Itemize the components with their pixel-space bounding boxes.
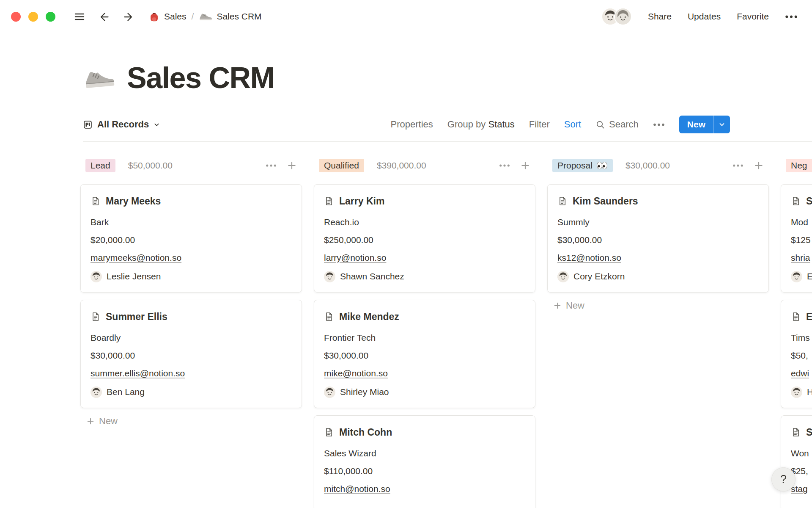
back-icon[interactable] xyxy=(98,10,110,23)
board: Lead $50,000.00 xyxy=(0,158,812,508)
page-doc-icon xyxy=(91,196,101,206)
card-title: E xyxy=(806,311,812,323)
avatar xyxy=(91,271,102,282)
card-company: Reach.io xyxy=(324,216,525,228)
record-card[interactable]: Mary Meeks Bark $20,000.00 marymeeks@not… xyxy=(80,184,302,293)
group-badge[interactable]: Neg xyxy=(786,159,812,172)
updates-button[interactable]: Updates xyxy=(688,11,721,22)
minimize-window-button[interactable] xyxy=(28,12,38,22)
record-card[interactable]: Summer Ellis Boardly $30,000.00 summer.e… xyxy=(80,300,302,408)
record-card[interactable]: Mitch Cohn Sales Wizard $110,000.00 mitc… xyxy=(314,415,535,508)
card-email[interactable]: mike@notion.so xyxy=(324,367,525,379)
card-company: Tims xyxy=(791,332,812,344)
page-doc-icon xyxy=(91,312,101,322)
card-owner: Shawn Sanchez xyxy=(324,271,525,282)
sidebar-menu-icon[interactable] xyxy=(73,10,86,23)
group-badge[interactable]: Lead xyxy=(85,159,115,172)
group-by-label: Group by xyxy=(447,119,486,130)
record-card[interactable]: Larry Kim Reach.io $250,000.00 larry@not… xyxy=(314,184,535,293)
card-owner-name: Shirley Miao xyxy=(340,387,389,397)
card-email[interactable]: larry@notion.so xyxy=(324,252,525,264)
card-title: Mitch Cohn xyxy=(339,426,392,438)
topbar: Sales / Sales CRM Share Updates Favo xyxy=(0,0,812,33)
forward-icon[interactable] xyxy=(122,10,135,23)
group-total: $390,000.00 xyxy=(377,160,426,171)
avatar xyxy=(324,387,335,398)
breadcrumb: Sales / Sales CRM xyxy=(148,11,262,22)
eyes-emoji-icon xyxy=(596,161,608,170)
favorite-button[interactable]: Favorite xyxy=(737,11,769,22)
column-add-card-icon[interactable] xyxy=(287,160,297,171)
board-column: Proposal $30,000.00 xyxy=(547,158,769,311)
card-title: Kim Saunders xyxy=(573,195,638,207)
avatar xyxy=(557,271,569,282)
record-card[interactable]: S Mod $125 shria E xyxy=(781,184,812,293)
breadcrumb-label: Sales CRM xyxy=(217,11,261,22)
card-amount: $30,000.00 xyxy=(91,350,292,362)
card-owner-name: Leslie Jensen xyxy=(107,271,161,282)
card-email[interactable]: shria xyxy=(791,252,812,264)
card-company: Mod xyxy=(791,216,812,228)
card-email[interactable]: edwi xyxy=(791,367,812,379)
breadcrumb-item-sales-crm[interactable]: Sales CRM xyxy=(199,11,261,22)
group-badge[interactable]: Proposal xyxy=(552,159,613,172)
card-email[interactable]: mitch@notion.so xyxy=(324,483,525,495)
more-options-icon[interactable] xyxy=(785,15,798,19)
avatar xyxy=(324,271,335,282)
avatar xyxy=(791,387,802,398)
filter-button[interactable]: Filter xyxy=(529,119,550,130)
column-new-button[interactable]: New xyxy=(547,300,769,311)
new-item-label: New xyxy=(566,300,584,311)
close-window-button[interactable] xyxy=(11,12,21,22)
record-card[interactable]: Kim Saunders Summly $30,000.00 ks12@noti… xyxy=(547,184,769,293)
card-owner-name: Cory Etzkorn xyxy=(573,271,625,282)
group-by-button[interactable]: Group by Status xyxy=(447,119,515,130)
sort-button[interactable]: Sort xyxy=(564,119,581,130)
card-amount: $125 xyxy=(791,234,812,246)
record-card[interactable]: E Tims $50, edwi H xyxy=(781,300,812,408)
share-button[interactable]: Share xyxy=(648,11,672,22)
collaborator-avatars xyxy=(601,8,632,25)
column-add-card-icon[interactable] xyxy=(520,160,530,171)
card-email[interactable]: marymeeks@notion.so xyxy=(91,252,292,264)
column-more-options-icon[interactable] xyxy=(266,164,277,167)
breadcrumb-item-sales[interactable]: Sales xyxy=(148,11,187,22)
group-total: $30,000.00 xyxy=(625,160,670,171)
column-header: Proposal $30,000.00 xyxy=(547,158,769,173)
properties-button[interactable]: Properties xyxy=(391,119,433,130)
page-doc-icon xyxy=(791,312,801,322)
card-email[interactable]: ks12@notion.so xyxy=(557,252,759,264)
new-dropdown-chevron-icon[interactable] xyxy=(714,121,730,128)
column-more-options-icon[interactable] xyxy=(499,164,510,167)
search-button[interactable]: Search xyxy=(595,119,639,130)
card-email[interactable]: summer.ellis@notion.so xyxy=(91,367,292,379)
zoom-window-button[interactable] xyxy=(46,12,55,22)
record-card[interactable]: S Won $25, stag xyxy=(781,415,812,508)
card-owner-name: Ben Lang xyxy=(107,387,145,397)
page-icon-sneaker[interactable] xyxy=(82,66,116,90)
card-owner: Ben Lang xyxy=(91,386,292,398)
view-more-options-icon[interactable] xyxy=(653,123,665,127)
group-badge[interactable]: Qualified xyxy=(319,159,364,172)
column-new-button[interactable]: New xyxy=(80,416,302,427)
record-card[interactable]: Mike Mendez Frontier Tech $30,000.00 mik… xyxy=(314,300,535,408)
card-company: Won xyxy=(791,447,812,459)
column-cards: Larry Kim Reach.io $250,000.00 larry@not… xyxy=(314,184,535,508)
help-button[interactable]: ? xyxy=(771,467,796,491)
view-name: All Records xyxy=(97,119,149,130)
column-more-options-icon[interactable] xyxy=(732,164,743,167)
card-amount: $50, xyxy=(791,350,812,362)
view-switcher[interactable]: All Records xyxy=(83,119,160,130)
page-title: Sales CRM xyxy=(127,60,274,96)
card-owner-name: H xyxy=(807,387,812,397)
breadcrumb-label: Sales xyxy=(164,11,187,22)
topbar-actions: Share Updates Favorite xyxy=(601,8,812,25)
card-title: S xyxy=(806,195,812,207)
group-by-value: Status xyxy=(488,119,514,130)
board-column: Lead $50,000.00 xyxy=(80,158,302,427)
avatar[interactable] xyxy=(614,8,632,25)
card-amount: $30,000.00 xyxy=(324,350,525,362)
card-title: Mary Meeks xyxy=(106,195,161,207)
column-add-card-icon[interactable] xyxy=(754,160,764,171)
new-button[interactable]: New xyxy=(679,116,730,133)
